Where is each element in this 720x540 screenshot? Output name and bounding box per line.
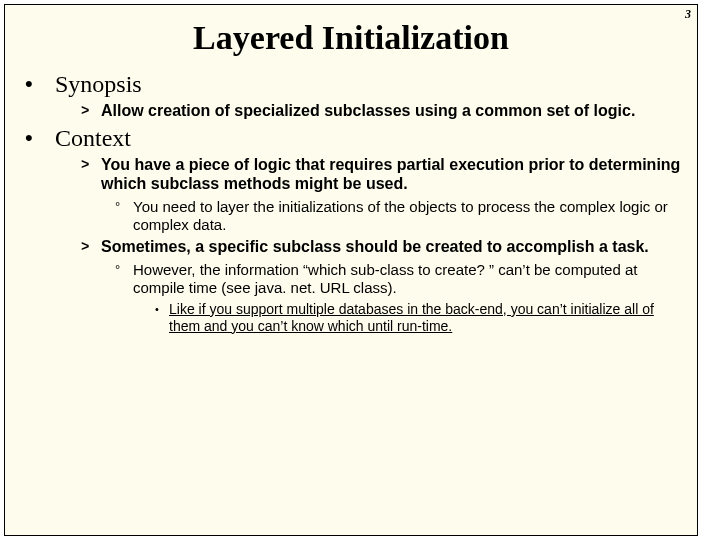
degree-bullet-icon: °	[115, 261, 133, 297]
item-text: Allow creation of specialized subclasses…	[101, 102, 635, 121]
page-number: 3	[685, 7, 691, 22]
item-text: However, the information “which sub-clas…	[133, 261, 683, 297]
list-item: > Sometimes, a specific subclass should …	[81, 238, 683, 257]
section-heading: • Context	[25, 125, 683, 152]
item-text: You have a piece of logic that requires …	[101, 156, 683, 194]
slide-body: 3 Layered Initialization • Synopsis > Al…	[4, 4, 698, 536]
item-text: You need to layer the initializations of…	[133, 198, 683, 234]
bullet-disc-icon: •	[25, 125, 55, 152]
slide-title: Layered Initialization	[19, 19, 683, 57]
degree-bullet-icon: °	[115, 198, 133, 234]
list-item: > Allow creation of specialized subclass…	[81, 102, 683, 121]
bullet-disc-icon: •	[25, 71, 55, 98]
chevron-right-icon: >	[81, 102, 101, 121]
list-item: • Like if you support multiple databases…	[155, 301, 683, 335]
chevron-right-icon: >	[81, 238, 101, 257]
list-item: ° You need to layer the initializations …	[115, 198, 683, 234]
chevron-right-icon: >	[81, 156, 101, 194]
heading-text: Context	[55, 125, 131, 152]
item-text: Like if you support multiple databases i…	[169, 301, 683, 335]
bullet-disc-icon: •	[155, 301, 169, 335]
section-heading: • Synopsis	[25, 71, 683, 98]
heading-text: Synopsis	[55, 71, 142, 98]
list-item: ° However, the information “which sub-cl…	[115, 261, 683, 297]
item-text: Sometimes, a specific subclass should be…	[101, 238, 649, 257]
list-item: > You have a piece of logic that require…	[81, 156, 683, 194]
